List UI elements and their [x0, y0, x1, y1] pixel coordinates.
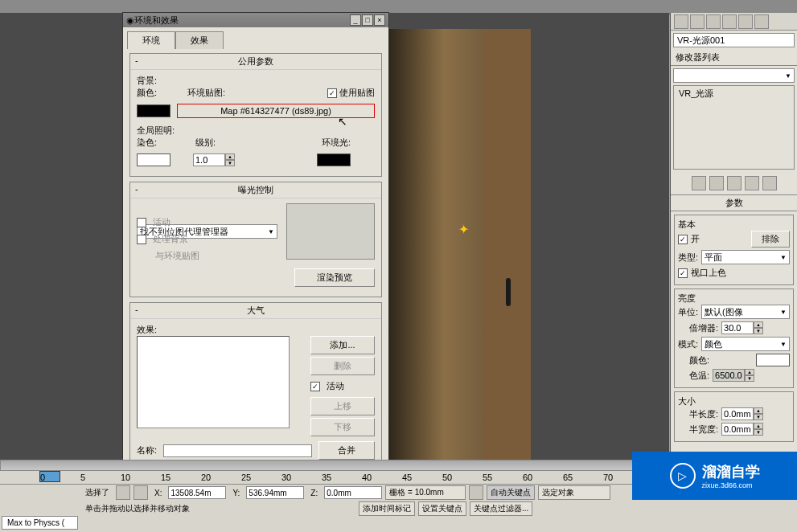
half-width-spinner[interactable]: ▲▼	[721, 423, 763, 436]
minimize-button[interactable]: _	[350, 14, 361, 26]
coord-icon[interactable]	[134, 485, 148, 500]
use-map-label: 使用贴图	[339, 87, 375, 99]
intensity-label: 亮度	[678, 293, 790, 305]
delete-button[interactable]: 删除	[310, 357, 375, 375]
pin-stack-icon[interactable]	[692, 176, 706, 190]
timeline-track[interactable]	[0, 460, 669, 471]
level-spinner[interactable]: ▲ ▼	[193, 153, 235, 166]
tint-label: 染色:	[137, 137, 157, 149]
exclude-button[interactable]: 排除	[751, 231, 790, 248]
stack-toolbar	[671, 172, 797, 194]
close-button[interactable]: ×	[374, 14, 385, 26]
color-temp-spinner[interactable]: ▲▼	[713, 369, 754, 382]
play-icon[interactable]	[469, 485, 483, 500]
maximize-button[interactable]: □	[362, 14, 373, 26]
rollout-header-exposure[interactable]: - 曝光控制	[130, 182, 381, 198]
type-dropdown[interactable]: 平面▼	[701, 250, 790, 264]
name-input[interactable]	[163, 444, 312, 457]
effects-listbox[interactable]	[137, 336, 290, 428]
create-tab-icon[interactable]	[674, 14, 688, 29]
watermark: ▷ 溜溜自学 zixue.3d66.com	[632, 452, 797, 500]
rollout-toggle-icon: -	[135, 305, 138, 314]
selected-object[interactable]: 选定对象	[538, 485, 610, 500]
set-key-button[interactable]: 设置关键点	[418, 501, 466, 516]
x-input[interactable]	[168, 486, 226, 499]
rollout-header-atmosphere[interactable]: - 大气	[130, 303, 381, 319]
mode-dropdown[interactable]: 颜色▼	[701, 337, 790, 351]
on-checkbox[interactable]	[678, 235, 688, 244]
render-preview	[386, 29, 531, 467]
door-frame	[483, 29, 531, 467]
tick-label: 15	[161, 473, 170, 482]
light-gizmo[interactable]: ✦	[458, 222, 469, 237]
tick-label: 5	[80, 473, 85, 482]
tint-color-swatch[interactable]	[137, 153, 170, 166]
modify-tab-icon[interactable]	[690, 14, 705, 29]
unique-icon[interactable]	[727, 176, 742, 190]
size-group: 大小 半长度: ▲▼ 半宽度: ▲▼	[674, 391, 794, 442]
tick-label: 30	[281, 473, 291, 482]
time-tag-button[interactable]: 添加时间标记	[359, 501, 415, 516]
key-filter-button[interactable]: 关键点过滤器...	[470, 501, 532, 516]
tick-label: 35	[322, 473, 331, 482]
dialog-titlebar[interactable]: ◉ 环境和效果 _ □ ×	[123, 13, 388, 27]
use-map-checkbox[interactable]	[327, 88, 337, 98]
color-label: 颜色:	[137, 87, 157, 99]
light-color-swatch[interactable]	[756, 354, 790, 366]
object-name-input[interactable]: VR-光源001	[673, 33, 795, 47]
tick-label: 40	[362, 473, 372, 482]
z-input[interactable]	[324, 486, 382, 499]
size-label: 大小	[678, 395, 790, 407]
rollout-header-common[interactable]: - 公用参数	[130, 54, 381, 70]
hierarchy-tab-icon[interactable]	[706, 14, 721, 29]
tab-environment[interactable]: 环境	[127, 31, 175, 49]
tick-label: 20	[201, 473, 211, 482]
basic-label: 基本	[678, 219, 790, 231]
rollout-toggle-icon: -	[135, 184, 138, 194]
rollout-exposure: - 曝光控制 找不到位图代理管理器 ▼ 活动 处理背景 与环境贴图 渲染	[129, 182, 382, 297]
tab-effects[interactable]: 效果	[175, 31, 224, 49]
lock-icon[interactable]	[116, 485, 130, 500]
configure-icon[interactable]	[762, 176, 777, 190]
modifier-dropdown[interactable]: ▼	[673, 68, 795, 83]
spin-up-icon[interactable]: ▲	[225, 153, 235, 160]
level-input[interactable]	[193, 153, 225, 166]
params-rollout-header[interactable]: 参数	[671, 194, 797, 211]
timeline[interactable]: 051015202530354045505560657075	[0, 460, 669, 484]
show-result-icon[interactable]	[709, 176, 724, 190]
move-down-button[interactable]: 下移	[310, 418, 375, 436]
multiplier-spinner[interactable]: ▲▼	[721, 321, 763, 334]
tick-label: 50	[442, 473, 452, 482]
half-length-spinner[interactable]: ▲▼	[721, 407, 763, 420]
ambient-label: 环境光:	[322, 137, 351, 149]
atmos-active-checkbox[interactable]	[310, 382, 320, 391]
unit-dropdown[interactable]: 默认(图像▼	[701, 305, 790, 319]
auto-key-button[interactable]: 自动关键点	[487, 485, 535, 500]
name-label: 名称:	[137, 444, 157, 456]
spin-down-icon[interactable]: ▼	[225, 160, 235, 166]
tick-label: 60	[523, 473, 532, 482]
motion-tab-icon[interactable]	[722, 14, 737, 29]
utilities-tab-icon[interactable]	[754, 14, 769, 29]
modifier-stack[interactable]: VR_光源	[673, 85, 795, 170]
merge-button[interactable]: 合并	[318, 441, 375, 460]
script-listener[interactable]: Max to Physcs (	[2, 516, 78, 530]
move-up-button[interactable]: 上移	[310, 397, 375, 415]
remove-modifier-icon[interactable]	[745, 176, 759, 190]
viewport-color-checkbox[interactable]	[678, 268, 688, 278]
rollout-atmosphere: - 大气 效果: 添加... 删除 活动 上移 下移 名称:	[129, 302, 382, 470]
background-color-swatch[interactable]	[137, 104, 170, 117]
tick-label: 55	[483, 473, 492, 482]
tick-label: 0	[40, 473, 45, 482]
render-preview-button[interactable]: 渲染预览	[294, 268, 375, 287]
add-button[interactable]: 添加...	[310, 336, 375, 354]
process-bg-checkbox[interactable]	[137, 235, 146, 244]
dialog-tabs: 环境 效果	[123, 27, 388, 49]
display-tab-icon[interactable]	[738, 14, 753, 29]
y-input[interactable]	[246, 486, 304, 499]
grid-display: 栅格 = 10.0mm	[385, 485, 466, 500]
active-checkbox[interactable]	[137, 218, 146, 227]
modifier-item[interactable]: VR_光源	[674, 86, 794, 101]
env-map-button[interactable]: Map #614327477 (ds89.jpg)	[177, 104, 375, 118]
ambient-color-swatch[interactable]	[317, 153, 351, 166]
